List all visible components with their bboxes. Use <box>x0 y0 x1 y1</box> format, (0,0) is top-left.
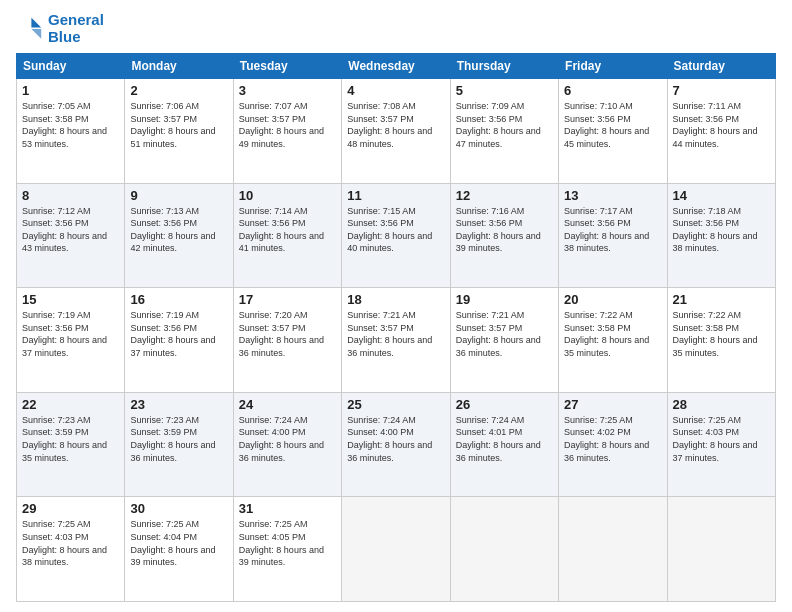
calendar-cell: 5Sunrise: 7:09 AMSunset: 3:56 PMDaylight… <box>450 79 558 184</box>
day-number: 8 <box>22 188 119 203</box>
day-info: Sunrise: 7:23 AMSunset: 3:59 PMDaylight:… <box>130 414 227 464</box>
calendar-cell: 27Sunrise: 7:25 AMSunset: 4:02 PMDayligh… <box>559 392 667 497</box>
calendar-cell: 9Sunrise: 7:13 AMSunset: 3:56 PMDaylight… <box>125 183 233 288</box>
week-row-5: 29Sunrise: 7:25 AMSunset: 4:03 PMDayligh… <box>17 497 776 602</box>
calendar-cell: 1Sunrise: 7:05 AMSunset: 3:58 PMDaylight… <box>17 79 125 184</box>
day-number: 29 <box>22 501 119 516</box>
day-number: 21 <box>673 292 770 307</box>
day-info: Sunrise: 7:24 AMSunset: 4:00 PMDaylight:… <box>239 414 336 464</box>
day-number: 23 <box>130 397 227 412</box>
day-number: 18 <box>347 292 444 307</box>
day-info: Sunrise: 7:11 AMSunset: 3:56 PMDaylight:… <box>673 100 770 150</box>
calendar-cell: 3Sunrise: 7:07 AMSunset: 3:57 PMDaylight… <box>233 79 341 184</box>
day-number: 31 <box>239 501 336 516</box>
day-info: Sunrise: 7:10 AMSunset: 3:56 PMDaylight:… <box>564 100 661 150</box>
day-number: 7 <box>673 83 770 98</box>
calendar-cell: 14Sunrise: 7:18 AMSunset: 3:56 PMDayligh… <box>667 183 775 288</box>
week-row-3: 15Sunrise: 7:19 AMSunset: 3:56 PMDayligh… <box>17 288 776 393</box>
day-number: 11 <box>347 188 444 203</box>
svg-marker-0 <box>31 17 41 27</box>
page: General Blue SundayMondayTuesdayWednesda… <box>0 0 792 612</box>
day-number: 19 <box>456 292 553 307</box>
day-info: Sunrise: 7:07 AMSunset: 3:57 PMDaylight:… <box>239 100 336 150</box>
calendar-cell: 28Sunrise: 7:25 AMSunset: 4:03 PMDayligh… <box>667 392 775 497</box>
calendar-cell: 8Sunrise: 7:12 AMSunset: 3:56 PMDaylight… <box>17 183 125 288</box>
calendar-table: SundayMondayTuesdayWednesdayThursdayFrid… <box>16 53 776 602</box>
day-info: Sunrise: 7:25 AMSunset: 4:02 PMDaylight:… <box>564 414 661 464</box>
logo-icon <box>16 15 44 43</box>
calendar-cell: 6Sunrise: 7:10 AMSunset: 3:56 PMDaylight… <box>559 79 667 184</box>
day-info: Sunrise: 7:06 AMSunset: 3:57 PMDaylight:… <box>130 100 227 150</box>
day-number: 20 <box>564 292 661 307</box>
day-number: 2 <box>130 83 227 98</box>
day-info: Sunrise: 7:12 AMSunset: 3:56 PMDaylight:… <box>22 205 119 255</box>
week-row-1: 1Sunrise: 7:05 AMSunset: 3:58 PMDaylight… <box>17 79 776 184</box>
day-number: 27 <box>564 397 661 412</box>
day-info: Sunrise: 7:13 AMSunset: 3:56 PMDaylight:… <box>130 205 227 255</box>
day-number: 17 <box>239 292 336 307</box>
calendar-cell: 24Sunrise: 7:24 AMSunset: 4:00 PMDayligh… <box>233 392 341 497</box>
calendar-cell: 13Sunrise: 7:17 AMSunset: 3:56 PMDayligh… <box>559 183 667 288</box>
calendar-cell: 16Sunrise: 7:19 AMSunset: 3:56 PMDayligh… <box>125 288 233 393</box>
day-number: 9 <box>130 188 227 203</box>
day-number: 1 <box>22 83 119 98</box>
day-info: Sunrise: 7:20 AMSunset: 3:57 PMDaylight:… <box>239 309 336 359</box>
col-header-friday: Friday <box>559 54 667 79</box>
day-info: Sunrise: 7:24 AMSunset: 4:01 PMDaylight:… <box>456 414 553 464</box>
col-header-saturday: Saturday <box>667 54 775 79</box>
day-info: Sunrise: 7:25 AMSunset: 4:05 PMDaylight:… <box>239 518 336 568</box>
calendar-cell: 7Sunrise: 7:11 AMSunset: 3:56 PMDaylight… <box>667 79 775 184</box>
calendar-cell: 17Sunrise: 7:20 AMSunset: 3:57 PMDayligh… <box>233 288 341 393</box>
calendar-cell: 29Sunrise: 7:25 AMSunset: 4:03 PMDayligh… <box>17 497 125 602</box>
day-number: 3 <box>239 83 336 98</box>
header: General Blue <box>16 12 776 45</box>
day-info: Sunrise: 7:21 AMSunset: 3:57 PMDaylight:… <box>347 309 444 359</box>
col-header-thursday: Thursday <box>450 54 558 79</box>
week-row-4: 22Sunrise: 7:23 AMSunset: 3:59 PMDayligh… <box>17 392 776 497</box>
day-info: Sunrise: 7:15 AMSunset: 3:56 PMDaylight:… <box>347 205 444 255</box>
day-info: Sunrise: 7:08 AMSunset: 3:57 PMDaylight:… <box>347 100 444 150</box>
calendar-cell: 26Sunrise: 7:24 AMSunset: 4:01 PMDayligh… <box>450 392 558 497</box>
calendar-cell: 23Sunrise: 7:23 AMSunset: 3:59 PMDayligh… <box>125 392 233 497</box>
day-info: Sunrise: 7:16 AMSunset: 3:56 PMDaylight:… <box>456 205 553 255</box>
calendar-cell: 18Sunrise: 7:21 AMSunset: 3:57 PMDayligh… <box>342 288 450 393</box>
day-number: 12 <box>456 188 553 203</box>
svg-marker-1 <box>31 29 41 39</box>
day-number: 5 <box>456 83 553 98</box>
day-info: Sunrise: 7:21 AMSunset: 3:57 PMDaylight:… <box>456 309 553 359</box>
day-info: Sunrise: 7:05 AMSunset: 3:58 PMDaylight:… <box>22 100 119 150</box>
calendar-cell <box>559 497 667 602</box>
day-info: Sunrise: 7:22 AMSunset: 3:58 PMDaylight:… <box>564 309 661 359</box>
day-number: 15 <box>22 292 119 307</box>
day-info: Sunrise: 7:22 AMSunset: 3:58 PMDaylight:… <box>673 309 770 359</box>
day-info: Sunrise: 7:09 AMSunset: 3:56 PMDaylight:… <box>456 100 553 150</box>
calendar-cell: 4Sunrise: 7:08 AMSunset: 3:57 PMDaylight… <box>342 79 450 184</box>
day-info: Sunrise: 7:25 AMSunset: 4:04 PMDaylight:… <box>130 518 227 568</box>
day-info: Sunrise: 7:25 AMSunset: 4:03 PMDaylight:… <box>22 518 119 568</box>
day-info: Sunrise: 7:19 AMSunset: 3:56 PMDaylight:… <box>130 309 227 359</box>
day-number: 14 <box>673 188 770 203</box>
calendar-cell: 11Sunrise: 7:15 AMSunset: 3:56 PMDayligh… <box>342 183 450 288</box>
day-info: Sunrise: 7:23 AMSunset: 3:59 PMDaylight:… <box>22 414 119 464</box>
day-info: Sunrise: 7:25 AMSunset: 4:03 PMDaylight:… <box>673 414 770 464</box>
calendar-cell <box>450 497 558 602</box>
day-number: 6 <box>564 83 661 98</box>
day-number: 16 <box>130 292 227 307</box>
day-info: Sunrise: 7:17 AMSunset: 3:56 PMDaylight:… <box>564 205 661 255</box>
calendar-cell: 20Sunrise: 7:22 AMSunset: 3:58 PMDayligh… <box>559 288 667 393</box>
day-number: 30 <box>130 501 227 516</box>
calendar-cell: 10Sunrise: 7:14 AMSunset: 3:56 PMDayligh… <box>233 183 341 288</box>
day-number: 10 <box>239 188 336 203</box>
logo: General Blue <box>16 12 104 45</box>
day-info: Sunrise: 7:24 AMSunset: 4:00 PMDaylight:… <box>347 414 444 464</box>
calendar-cell: 15Sunrise: 7:19 AMSunset: 3:56 PMDayligh… <box>17 288 125 393</box>
calendar-cell: 2Sunrise: 7:06 AMSunset: 3:57 PMDaylight… <box>125 79 233 184</box>
day-number: 28 <box>673 397 770 412</box>
calendar-cell: 31Sunrise: 7:25 AMSunset: 4:05 PMDayligh… <box>233 497 341 602</box>
day-number: 25 <box>347 397 444 412</box>
calendar-header-row: SundayMondayTuesdayWednesdayThursdayFrid… <box>17 54 776 79</box>
col-header-wednesday: Wednesday <box>342 54 450 79</box>
col-header-tuesday: Tuesday <box>233 54 341 79</box>
day-number: 22 <box>22 397 119 412</box>
calendar-cell <box>342 497 450 602</box>
